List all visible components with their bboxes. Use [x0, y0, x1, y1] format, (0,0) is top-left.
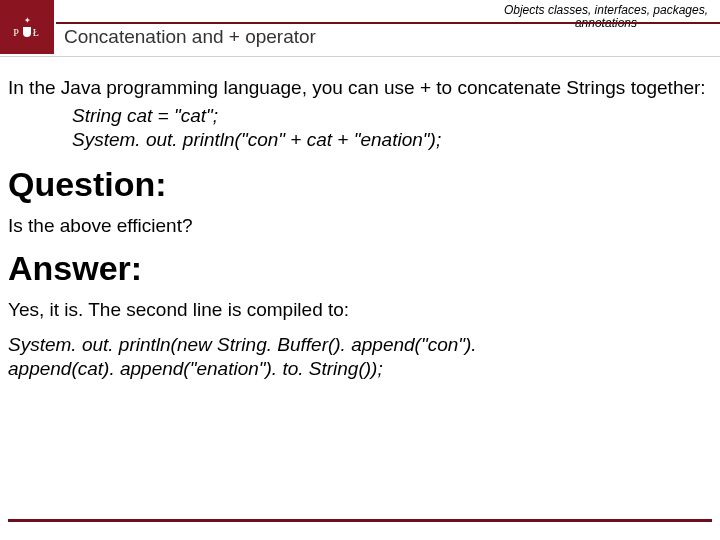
slide-category: Objects classes, interfaces, packages, a…	[504, 4, 708, 30]
shield-icon	[23, 27, 31, 37]
question-text: Is the above efficient?	[8, 214, 712, 239]
header-bottom-line	[0, 56, 720, 57]
code-line-1: String cat = "cat";	[72, 104, 712, 129]
compiled-code: System. out. println(new String. Buffer(…	[8, 333, 712, 382]
intro-text: In the Java programming language, you ca…	[8, 76, 712, 100]
logo-letter-right: Ł	[33, 27, 41, 38]
logo-letters: P Ł	[13, 27, 41, 38]
code-line-2: System. out. println("con" + cat + "enat…	[72, 128, 712, 153]
slide-title: Concatenation and + operator	[64, 26, 316, 48]
slide-body: In the Java programming language, you ca…	[0, 58, 720, 382]
answer-heading: Answer:	[8, 249, 712, 288]
logo-letter-left: P	[13, 27, 21, 38]
answer-text: Yes, it is. The second line is compiled …	[8, 298, 712, 323]
header-rule	[56, 22, 720, 24]
slide-header: ✦ P Ł Objects classes, interfaces, packa…	[0, 0, 720, 58]
footer-rule	[8, 519, 712, 522]
code-block: String cat = "cat"; System. out. println…	[8, 104, 712, 153]
university-logo: ✦ P Ł	[0, 0, 54, 54]
logo-ornament-icon: ✦	[24, 17, 31, 25]
compiled-line-1: System. out. println(new String. Buffer(…	[8, 333, 712, 358]
compiled-line-2: append(cat). append("enation"). to. Stri…	[8, 357, 712, 382]
question-heading: Question:	[8, 165, 712, 204]
slide: ✦ P Ł Objects classes, interfaces, packa…	[0, 0, 720, 540]
